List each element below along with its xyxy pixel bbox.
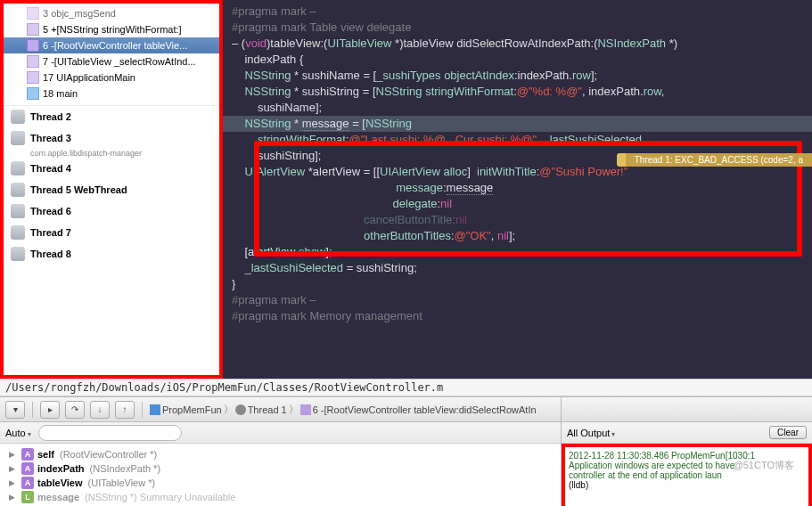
stack-frame[interactable]: 3 objc_msgSend <box>4 5 219 21</box>
thread-item[interactable]: Thread 5 WebThread <box>4 179 219 200</box>
thread-icon <box>11 110 25 124</box>
thread-item[interactable]: Thread 2 <box>4 105 219 127</box>
frame-icon <box>300 404 311 415</box>
clear-console-button[interactable]: Clear <box>769 426 807 439</box>
frame-icon <box>27 39 39 52</box>
frame-icon <box>27 7 39 20</box>
code-line: NSString * sushiString = [NSString strin… <box>223 84 812 100</box>
step-into-button[interactable]: ↓ <box>90 401 110 419</box>
variable-row[interactable]: ▶Aself(RootViewController *) <box>4 447 557 461</box>
code-line: stringWithFormat:@"Last sushi: %@. Cur s… <box>223 132 812 148</box>
thread-item[interactable]: Thread 8 <box>4 243 219 265</box>
variable-search-input[interactable] <box>38 425 182 441</box>
code-line: NSString * sushiName = [_sushiTypes obje… <box>223 68 812 84</box>
console-filter-bar: All Output Clear <box>562 422 812 444</box>
thread-icon <box>11 183 25 197</box>
continue-button[interactable]: ▸ <box>40 401 60 419</box>
variable-row[interactable]: ▶AindexPath(NSIndexPath *) <box>4 461 557 476</box>
code-editor[interactable]: #pragma mark – #pragma mark Table view d… <box>223 0 812 379</box>
code-line: #pragma mark – <box>223 4 812 20</box>
code-line: indexPath { <box>223 52 812 68</box>
stack-frame-selected[interactable]: 6 -[RootViewController tableVie... <box>4 37 219 53</box>
variable-row[interactable]: ▶AtableView(UITableView *) <box>4 476 557 490</box>
disclosure-icon[interactable]: ▶ <box>9 478 18 487</box>
thread-queue-label: com.apple.libdispatch-manager <box>4 149 219 158</box>
thread-item[interactable]: Thread 7 <box>4 222 219 243</box>
scope-badge: L <box>21 491 34 503</box>
scope-badge: A <box>21 477 34 489</box>
code-line: } <box>223 276 812 292</box>
console-prompt: (lldb) <box>569 480 805 490</box>
disclosure-icon[interactable]: ▶ <box>9 450 18 459</box>
variable-list: ▶Aself(RootViewController *) ▶AindexPath… <box>0 444 561 506</box>
console-line: Application windows are expected to have <box>569 461 805 470</box>
stack-frame[interactable]: 18 main <box>4 86 219 102</box>
console-line: 2012-11-28 11:30:38.486 PropMemFun[1030:… <box>569 451 805 461</box>
exception-badge: Thread 1: EXC_BAD_ACCESS (code=2, a <box>617 153 812 167</box>
stack-frame[interactable]: 17 UIApplicationMain <box>4 69 219 86</box>
hide-debug-button[interactable]: ▾ <box>5 401 25 419</box>
thread-item[interactable]: Thread 4 <box>4 158 219 179</box>
thread-icon <box>11 161 25 175</box>
frame-icon <box>27 23 39 36</box>
frame-icon <box>27 87 39 100</box>
thread-icon <box>11 247 25 261</box>
debug-toolbar: ▾ ▸ ↷ ↓ ↑ PropMemFun〉 Thread 1〉 6 -[Root… <box>0 397 561 422</box>
console-pane: All Output Clear 2012-11-28 11:30:38.486… <box>562 397 812 506</box>
scope-badge: A <box>21 448 34 461</box>
console-line: controller at the end of application lau… <box>569 470 805 480</box>
thread-icon <box>11 204 25 218</box>
code-line: _lastSushiSelected = sushiString; <box>223 260 812 276</box>
code-line: cancelButtonTitle:nil <box>223 212 812 228</box>
code-line: [alertView show]; <box>223 244 812 260</box>
thread-icon <box>11 225 25 240</box>
disclosure-icon[interactable]: ▶ <box>9 493 18 502</box>
thread-item[interactable]: Thread 3 <box>4 127 219 149</box>
code-line: #pragma mark – <box>223 292 812 308</box>
code-line: delegate:nil <box>223 196 812 212</box>
thread-icon <box>235 404 246 415</box>
variables-pane: ▾ ▸ ↷ ↓ ↑ PropMemFun〉 Thread 1〉 6 -[Root… <box>0 397 562 506</box>
disclosure-icon[interactable]: ▶ <box>9 464 18 473</box>
code-line: sushiName]; <box>223 100 812 116</box>
scope-selector[interactable]: Auto <box>5 428 31 438</box>
project-icon <box>150 404 160 415</box>
step-over-button[interactable]: ↷ <box>65 401 85 419</box>
code-line: – (void)tableView:(UITableView *)tableVi… <box>223 36 812 52</box>
code-line: #pragma mark Table view delegate <box>223 20 812 36</box>
variable-filter-bar: Auto 🔍 <box>0 422 561 444</box>
frame-icon <box>27 55 39 68</box>
stack-frame[interactable]: 7 -[UITableView _selectRowAtInd... <box>4 53 219 69</box>
stack-frame[interactable]: 5 +[NSString stringWithFormat:] <box>4 21 219 37</box>
frame-icon <box>27 71 39 84</box>
output-selector[interactable]: All Output <box>567 428 615 438</box>
debug-breadcrumb[interactable]: PropMemFun〉 Thread 1〉 6 -[RootViewContro… <box>150 403 537 416</box>
variable-row[interactable]: ▶Lmessage(NSString *) Summary Unavailabl… <box>4 490 557 504</box>
code-line-current: NSString * message = [NSString <box>223 116 812 132</box>
code-line: #pragma mark Memory management <box>223 308 812 324</box>
file-path-bar: /Users/rongfzh/Downloads/iOS/PropMemFun/… <box>0 379 812 396</box>
thread-icon <box>11 131 25 145</box>
thread-item[interactable]: Thread 6 <box>4 200 219 222</box>
code-line: message:message <box>223 180 812 196</box>
console-output[interactable]: 2012-11-28 11:30:38.486 PropMemFun[1030:… <box>562 444 812 506</box>
scope-badge: A <box>21 462 34 475</box>
call-stack-sidebar: 3 objc_msgSend 5 +[NSString stringWithFo… <box>0 0 223 379</box>
code-line: otherButtonTitles:@"OK", nil]; <box>223 228 812 244</box>
step-out-button[interactable]: ↑ <box>115 401 135 419</box>
